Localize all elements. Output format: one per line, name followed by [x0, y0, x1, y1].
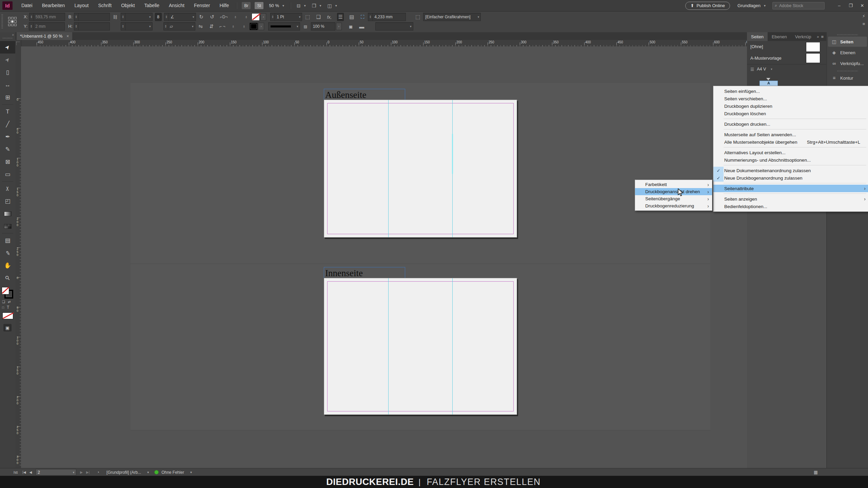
preflight-icon[interactable]: ◔ [97, 470, 99, 475]
flip-vertical-icon[interactable]: ⇵ [209, 23, 215, 30]
reference-point-proxy[interactable] [8, 17, 17, 26]
corner-options-icon[interactable]: ⬚ [304, 13, 311, 21]
hand-tool[interactable]: ✋ [0, 259, 15, 272]
quick-apply-icon[interactable]: ⚡ [862, 14, 865, 19]
document-tab[interactable]: *Unbenannt-1 @ 50 % × [17, 32, 72, 40]
last-page-icon[interactable]: ▶| [86, 470, 90, 474]
menu-objekt[interactable]: Objekt [116, 0, 139, 11]
fold-guide[interactable] [388, 278, 389, 414]
screen-mode-dropdown[interactable]: ❒▾ [312, 3, 321, 8]
effects-icon[interactable]: fx, [326, 13, 332, 21]
formatting-container-icon[interactable]: □ [2, 306, 4, 309]
page-number-dropdown[interactable]: 2 ▾ [36, 469, 76, 475]
frame-fitting-icon[interactable]: ⛶ [359, 13, 366, 21]
menu-hilfe[interactable]: Hilfe [215, 0, 234, 11]
select-previous-object-icon[interactable]: ♁ [232, 13, 238, 21]
line-tool[interactable]: ╱ [0, 118, 15, 130]
screen-mode-button[interactable]: ▣ [3, 324, 12, 331]
master-row-a[interactable]: A-Mustervorlage [747, 53, 826, 64]
menu-item-seitenattribute[interactable]: Seitenattribute› [713, 185, 868, 192]
gradient-swatch-tool[interactable] [0, 207, 15, 220]
panel-grip[interactable] [1, 14, 3, 29]
select-first-object-icon[interactable]: ♁ [230, 23, 236, 30]
menu-bearbeiten[interactable]: Bearbeiten [37, 0, 70, 11]
menu-item-nummerierungs-und-abschnittsoptionen[interactable]: Nummerierungs- und Abschnittsoptionen... [713, 156, 868, 164]
stroke-weight-field[interactable]: ▲▼1 Pt▾ [270, 13, 302, 21]
fold-guide[interactable] [388, 100, 389, 237]
rotate-ccw-icon[interactable]: ↺ [209, 13, 215, 21]
next-page-icon[interactable]: ▶ [80, 470, 83, 474]
scissors-tool[interactable]: ✂ [0, 182, 15, 195]
select-last-object-icon[interactable]: ♁ [241, 23, 247, 30]
panel-menu-icon[interactable]: ≡ [820, 34, 826, 39]
text-wrap-icon[interactable]: ◙ [348, 23, 354, 30]
width-field[interactable]: ▲▼ [74, 13, 110, 21]
menu-layout[interactable]: Layout [70, 0, 93, 11]
menu-tabelle[interactable]: Tabelle [140, 0, 164, 11]
menu-item-seiten-verschieben[interactable]: Seiten verschieben... [713, 95, 868, 102]
tools-grip[interactable] [3, 38, 13, 39]
submenu-item-seitenübergänge[interactable]: Seitenübergänge› [635, 195, 712, 202]
fill-color-swatch[interactable] [250, 23, 258, 30]
opacity-field[interactable]: 100 % [311, 22, 335, 30]
y-position-field[interactable]: ▲▼2 mm [29, 22, 65, 30]
wrap-bounding-box-icon[interactable]: ▤ [349, 13, 355, 21]
text-frame-ausenseite[interactable]: Außenseite [324, 89, 405, 100]
submenu-item-farbetikett[interactable]: Farbetikett› [635, 181, 712, 188]
page-spread-inside[interactable] [324, 278, 517, 415]
stroke-type-dropdown[interactable]: ▾ [268, 22, 300, 30]
selection-tool[interactable]: ➤ [0, 41, 15, 54]
menu-item-bedienfeldoptionen[interactable]: Bedienfeldoptionen... [713, 203, 868, 210]
pen-tool[interactable]: ✒ [0, 130, 15, 143]
zoom-level-dropdown[interactable]: 50 % ▾ [269, 3, 284, 8]
text-frame-innenseite[interactable]: Innenseite [324, 267, 405, 279]
wrap-options-dropdown[interactable]: ▾ [375, 22, 413, 30]
tab-verknüp[interactable]: Verknüp [791, 32, 815, 41]
control-panel-menu-icon[interactable]: ≡ [863, 21, 865, 26]
ruler-origin[interactable] [15, 40, 21, 47]
menu-schrift[interactable]: Schrift [93, 0, 116, 11]
submenu-item-druckbogenreduzierung[interactable]: Druckbogenreduzierung› [635, 202, 712, 209]
gap-tool[interactable]: ↔ [0, 79, 15, 91]
x-position-field[interactable]: ▲▼593,75 mm [29, 13, 65, 21]
menu-datei[interactable]: Datei [17, 0, 37, 11]
scale-y-dropdown[interactable]: ▲▼▾ [121, 22, 153, 30]
dock-grip[interactable] [837, 70, 858, 72]
type-tool[interactable]: T [0, 105, 15, 118]
drop-shadow-icon[interactable]: ❑ [315, 13, 321, 21]
stock-button[interactable]: St [255, 2, 263, 9]
menu-item-druckbogen-drucken[interactable]: Druckbogen drucken... [713, 120, 868, 128]
stroke-color-swatch[interactable] [252, 13, 260, 21]
content-collector-tool[interactable]: ⊞ [0, 91, 15, 104]
menu-item-seiten-anzeigen[interactable]: Seiten anzeigen› [713, 195, 868, 203]
tab-ebenen[interactable]: Ebenen [768, 32, 791, 41]
arrange-documents-dropdown[interactable]: ◫▾ [327, 3, 337, 8]
wrap-around-icon[interactable]: ▬ [359, 23, 365, 30]
link-scale-button[interactable]: 8 [155, 13, 162, 21]
workspace-switcher[interactable]: Grundlagen ▾ [737, 3, 766, 8]
dock-item-ebenen[interactable]: ◈Ebenen [828, 47, 867, 58]
fold-guide[interactable] [452, 278, 453, 414]
dock-item-kontur[interactable]: ≡Kontur [828, 73, 867, 83]
direct-selection-tool[interactable]: ➤ [0, 54, 15, 66]
rotation-angle-dropdown[interactable]: ▲▼∠▾ [164, 13, 196, 21]
default-swatches-icon[interactable]: ❏ [2, 300, 5, 304]
opacity-options-button[interactable]: › [336, 23, 342, 30]
horizontal-ruler[interactable]: 4504003503002502001501005005010015020025… [15, 40, 747, 47]
view-options-dropdown[interactable]: ⊟▾ [297, 3, 306, 8]
gradient-feather-tool[interactable] [0, 220, 15, 232]
height-field[interactable]: ▲▼ [74, 22, 110, 30]
menu-item-druckbogen-duplizieren[interactable]: Druckbogen duplizieren [713, 102, 868, 110]
frame-tool[interactable]: ⊠ [0, 156, 15, 168]
minimize-button[interactable]: – [833, 2, 845, 10]
submenu-item-druckbogenansicht-drehen[interactable]: Druckbogenansicht drehen› [635, 188, 712, 195]
pencil-tool[interactable]: ✎ [0, 143, 15, 156]
menu-item-neue-druckbogenanordnung-zulassen[interactable]: ✓Neue Druckbogenanordnung zulassen [713, 174, 868, 182]
page-size-row[interactable]: ☰ A4 V ▾ [747, 64, 826, 74]
publish-online-button[interactable]: ⬆ Publish Online [685, 2, 730, 10]
dock-item-verknpfu[interactable]: ∞Verknüpfu... [828, 58, 867, 68]
wrap-none-icon[interactable]: ☰ [337, 13, 344, 21]
first-page-icon[interactable]: |◀ [22, 470, 26, 474]
swap-fill-stroke-icon[interactable]: ⇄ [8, 300, 11, 304]
dock-item-seiten[interactable]: ◫Seiten [828, 37, 867, 47]
